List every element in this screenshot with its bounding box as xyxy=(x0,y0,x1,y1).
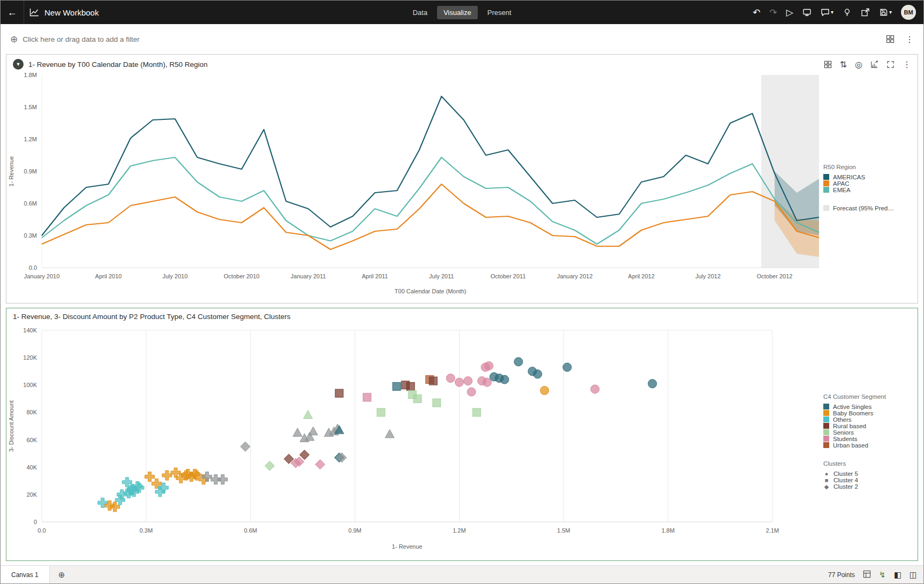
user-avatar[interactable]: BM xyxy=(901,5,916,20)
legend-item-rural-based[interactable]: Rural based xyxy=(823,423,913,429)
export-button[interactable] xyxy=(861,8,870,17)
svg-text:1.2M: 1.2M xyxy=(453,527,465,534)
svg-text:0.6M: 0.6M xyxy=(24,200,37,207)
workbook-chart-icon xyxy=(29,8,39,17)
save-button[interactable]: ▾ xyxy=(879,8,892,17)
sort-button[interactable]: ⇅ xyxy=(840,59,847,70)
status-bar-right: 77 Points ↯ ◧ ◫ xyxy=(828,570,923,579)
chart-type-button[interactable] xyxy=(870,60,878,69)
legend-item-urban-based[interactable]: Urban based xyxy=(823,442,913,449)
performance-lightning-icon[interactable]: ↯ xyxy=(879,571,886,579)
legend-item-americas[interactable]: AMERICAS xyxy=(823,174,913,180)
legend-label: EMEA xyxy=(833,187,851,193)
svg-text:20K: 20K xyxy=(26,491,37,498)
chevron-down-icon: ▾ xyxy=(889,10,892,15)
legend-item-students[interactable]: Students xyxy=(823,436,913,442)
panel2-title: 1- Revenue, 3- Discount Amount by P2 Pro… xyxy=(13,313,290,321)
redo-button[interactable]: ↷ xyxy=(770,8,777,17)
tab-visualize[interactable]: Visualize xyxy=(437,6,478,19)
svg-text:0.9M: 0.9M xyxy=(348,527,361,534)
svg-text:October 2012: October 2012 xyxy=(757,273,793,279)
status-bar: Canvas 1 ⊕ 77 Points ↯ ◧ ◫ xyxy=(1,565,923,583)
scatter-chart[interactable]: 0.00.3M0.6M0.9M1.2M1.5M1.8M2.1M020K40K60… xyxy=(6,323,823,552)
legend-item-active-singles[interactable]: Active Singles xyxy=(823,404,913,410)
color-swatch xyxy=(823,423,829,429)
dataset-icon-button[interactable] xyxy=(886,35,895,43)
filter-bar-actions: ⋮ xyxy=(886,34,914,44)
add-filter-label: Click here or drag data to add a filter xyxy=(22,35,139,43)
view-tabs: DataVisualizePresent xyxy=(406,6,517,19)
legend-item-baby-boomers[interactable]: Baby Boomers xyxy=(823,410,913,416)
comments-button[interactable]: ▾ xyxy=(821,8,833,17)
legend-title: C4 Customer Segment xyxy=(823,393,913,400)
canvas-tab[interactable]: Canvas 1 xyxy=(1,566,50,583)
svg-text:0: 0 xyxy=(34,519,37,525)
filter-bar: ⊕ Click here or drag data to add a filte… xyxy=(1,24,923,54)
svg-text:0.0: 0.0 xyxy=(29,264,37,271)
svg-text:0.9M: 0.9M xyxy=(24,168,37,175)
svg-text:0.6M: 0.6M xyxy=(244,527,257,534)
viz-panel-scatter[interactable]: 1- Revenue, 3- Discount Amount by P2 Pro… xyxy=(6,308,918,561)
legend-label: Seniors xyxy=(833,429,854,436)
legend-label: Others xyxy=(833,416,852,423)
color-swatch xyxy=(823,180,829,186)
target-button[interactable]: ◎ xyxy=(855,59,862,70)
panel1-toolbar: ⇅ ◎ ⋮ xyxy=(824,59,911,70)
undo-button[interactable]: ↶ xyxy=(753,8,760,17)
tab-data[interactable]: Data xyxy=(406,6,433,19)
color-swatch xyxy=(823,205,829,211)
layout-split-toggle[interactable]: ◫ xyxy=(910,571,917,579)
legend-item-forecast-95-pred-[interactable]: Forecast (95% Pred… xyxy=(823,205,913,211)
workbook-title: New Workbook xyxy=(44,8,99,17)
header-left: ← New Workbook xyxy=(1,1,99,24)
add-filter-prompt[interactable]: ⊕ Click here or drag data to add a filte… xyxy=(10,34,140,45)
svg-text:July 2011: July 2011 xyxy=(429,273,454,279)
legend-item-cluster-5[interactable]: ●Cluster 5 xyxy=(823,471,913,477)
header-actions: ↶ ↷ ▷ ▾ ▾ BM xyxy=(753,5,923,20)
panel1-body: 0.00.3M0.6M0.9M1.2M1.5M1.8MJanuary 2010A… xyxy=(6,72,918,303)
add-canvas-button[interactable]: ⊕ xyxy=(50,570,74,580)
svg-text:October 2010: October 2010 xyxy=(224,273,260,279)
svg-text:1.5M: 1.5M xyxy=(557,527,570,534)
legend-label: Forecast (95% Pred… xyxy=(833,205,894,211)
color-swatch xyxy=(823,436,829,442)
cluster-legend-list: ●Cluster 5■Cluster 4◆Cluster 2 xyxy=(823,471,913,490)
plus-circle-icon: ⊕ xyxy=(10,34,18,45)
present-screen-button[interactable] xyxy=(802,8,812,17)
svg-text:April 2010: April 2010 xyxy=(95,273,122,279)
data-quality-icon[interactable] xyxy=(863,570,871,579)
maximize-button[interactable] xyxy=(887,60,895,69)
clusters-legend-title: Clusters xyxy=(823,460,913,467)
circle-icon: ● xyxy=(823,471,830,477)
color-swatch xyxy=(823,174,829,180)
line-chart-area: 0.00.3M0.6M0.9M1.2M1.5M1.8MJanuary 2010A… xyxy=(6,72,823,303)
legend-label: Cluster 4 xyxy=(833,477,858,483)
svg-text:T00 Calendar Date (Month): T00 Calendar Date (Month) xyxy=(395,288,467,294)
legend-item-apac[interactable]: APAC xyxy=(823,180,913,187)
forecast-legend-list: Forecast (95% Pred… xyxy=(823,205,913,211)
panel1-menu-button[interactable]: ⋮ xyxy=(903,59,911,70)
legend-item-others[interactable]: Others xyxy=(823,416,913,423)
square-icon: ■ xyxy=(823,477,830,483)
panel2-header: 1- Revenue, 3- Discount Amount by P2 Pro… xyxy=(6,308,918,323)
filter-bar-menu-button[interactable]: ⋮ xyxy=(905,34,914,44)
line-chart[interactable]: 0.00.3M0.6M0.9M1.2M1.5M1.8MJanuary 2010A… xyxy=(6,72,823,297)
insights-lightbulb-button[interactable] xyxy=(843,8,852,17)
preview-play-button[interactable]: ▷ xyxy=(786,8,793,17)
viz-panel-line[interactable]: ▼ 1- Revenue by T00 Calendar Date (Month… xyxy=(6,54,918,304)
panel1-header: ▼ 1- Revenue by T00 Calendar Date (Month… xyxy=(6,55,918,72)
legend-label: Urban based xyxy=(833,442,868,449)
svg-text:1.2M: 1.2M xyxy=(24,136,37,142)
app-window: ← New Workbook DataVisualizePresent ↶ ↷ … xyxy=(0,0,924,584)
filter-funnel-icon[interactable]: ▼ xyxy=(13,59,24,70)
legend-item-cluster-4[interactable]: ■Cluster 4 xyxy=(823,477,913,483)
back-button[interactable]: ← xyxy=(1,1,24,24)
tab-present[interactable]: Present xyxy=(481,6,518,19)
layout-left-toggle[interactable]: ◧ xyxy=(894,571,902,579)
legend-item-seniors[interactable]: Seniors xyxy=(823,429,913,436)
svg-text:1- Revenue: 1- Revenue xyxy=(392,543,423,550)
legend-item-emea[interactable]: EMEA xyxy=(823,187,913,193)
legend-item-cluster-2[interactable]: ◆Cluster 2 xyxy=(823,483,913,490)
segment-legend-list: Active SinglesBaby BoomersOthersRural ba… xyxy=(823,404,913,449)
pivot-grid-button[interactable] xyxy=(824,60,832,69)
